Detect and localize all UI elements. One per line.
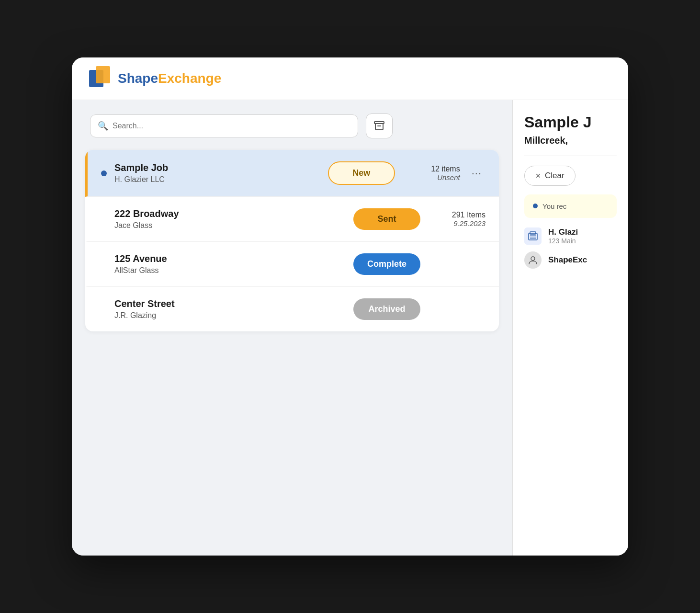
left-panel: 🔍 Sample Job bbox=[72, 100, 512, 556]
right-panel-title: Sample J bbox=[524, 114, 617, 131]
company-row: H. Glazi 123 Main bbox=[524, 227, 617, 245]
job-company-center: J.R. Glazing bbox=[114, 311, 346, 320]
company-address: 123 Main bbox=[548, 237, 578, 245]
right-panel: Sample J Millcreek, ✕ Clear You rec bbox=[512, 100, 628, 556]
status-badge-archived[interactable]: Archived bbox=[353, 298, 420, 320]
company-details: H. Glazi 123 Main bbox=[548, 227, 578, 245]
main-content: 🔍 Sample Job bbox=[72, 100, 628, 556]
clear-label: Clear bbox=[545, 171, 565, 181]
logo: ShapeExchange bbox=[89, 66, 221, 91]
logo-exchange: Exchange bbox=[158, 71, 221, 86]
header: ShapeExchange bbox=[72, 57, 628, 100]
company-icon bbox=[524, 227, 542, 245]
job-list: Sample Job H. Glazier LLC New 12 items U… bbox=[85, 150, 499, 331]
right-panel-subtitle: Millcreek, bbox=[524, 135, 617, 146]
job-name-broadway: 222 Broadway bbox=[114, 208, 346, 219]
status-badge-sent[interactable]: Sent bbox=[353, 208, 420, 230]
job-name-sample: Sample Job bbox=[114, 162, 320, 173]
person-row: ShapeExc bbox=[524, 251, 617, 269]
search-icon: 🔍 bbox=[98, 121, 108, 131]
archive-button[interactable] bbox=[366, 114, 393, 138]
job-item-avenue[interactable]: 125 Avenue AllStar Glass Complete bbox=[85, 242, 499, 287]
search-area: 🔍 bbox=[85, 114, 499, 138]
job-date-sample: Unsent bbox=[403, 173, 460, 182]
notification-dot bbox=[533, 204, 538, 208]
job-item-sample[interactable]: Sample Job H. Glazier LLC New 12 items U… bbox=[85, 150, 499, 197]
job-name-center: Center Street bbox=[114, 298, 346, 309]
company-section: H. Glazi 123 Main ShapeExc bbox=[524, 227, 617, 269]
job-company-broadway: Jace Glass bbox=[114, 221, 346, 230]
svg-rect-2 bbox=[374, 122, 384, 124]
logo-shape: Shape bbox=[118, 71, 158, 86]
status-badge-new[interactable]: New bbox=[328, 161, 395, 185]
notification-text: You rec bbox=[542, 202, 566, 210]
job-meta-sample: 12 items Unsent bbox=[403, 165, 460, 182]
job-item-broadway[interactable]: 222 Broadway Jace Glass Sent 291 Items 9… bbox=[85, 197, 499, 242]
job-info-center: Center Street J.R. Glazing bbox=[114, 298, 346, 320]
svg-rect-1 bbox=[96, 66, 110, 83]
logo-text: ShapeExchange bbox=[118, 71, 221, 86]
job-item-center[interactable]: Center Street J.R. Glazing Archived bbox=[85, 287, 499, 331]
job-date-broadway: 9.25.2023 bbox=[428, 219, 485, 227]
job-meta-broadway: 291 Items 9.25.2023 bbox=[428, 211, 485, 227]
job-name-avenue: 125 Avenue bbox=[114, 253, 346, 264]
more-options-sample[interactable]: ··· bbox=[468, 165, 485, 182]
notification-card: You rec bbox=[524, 194, 617, 218]
company-name: H. Glazi bbox=[548, 227, 578, 237]
clear-button[interactable]: ✕ Clear bbox=[524, 166, 576, 186]
app-frame: ShapeExchange 🔍 bbox=[72, 57, 628, 556]
job-dot-sample bbox=[101, 170, 107, 176]
search-wrapper: 🔍 bbox=[90, 114, 358, 137]
job-items-broadway: 291 Items bbox=[428, 211, 485, 219]
job-info-sample: Sample Job H. Glazier LLC bbox=[114, 162, 320, 184]
clear-x-icon: ✕ bbox=[535, 172, 541, 180]
job-company-avenue: AllStar Glass bbox=[114, 266, 346, 275]
job-info-broadway: 222 Broadway Jace Glass bbox=[114, 208, 346, 230]
job-items-sample: 12 items bbox=[403, 165, 460, 173]
svg-point-9 bbox=[531, 257, 535, 261]
status-badge-complete[interactable]: Complete bbox=[353, 253, 420, 275]
job-company-sample: H. Glazier LLC bbox=[114, 175, 320, 184]
person-icon bbox=[524, 251, 542, 269]
person-name: ShapeExc bbox=[548, 255, 587, 265]
job-info-avenue: 125 Avenue AllStar Glass bbox=[114, 253, 346, 275]
search-input[interactable] bbox=[90, 114, 358, 137]
divider bbox=[524, 156, 617, 156]
logo-icon bbox=[89, 66, 112, 91]
